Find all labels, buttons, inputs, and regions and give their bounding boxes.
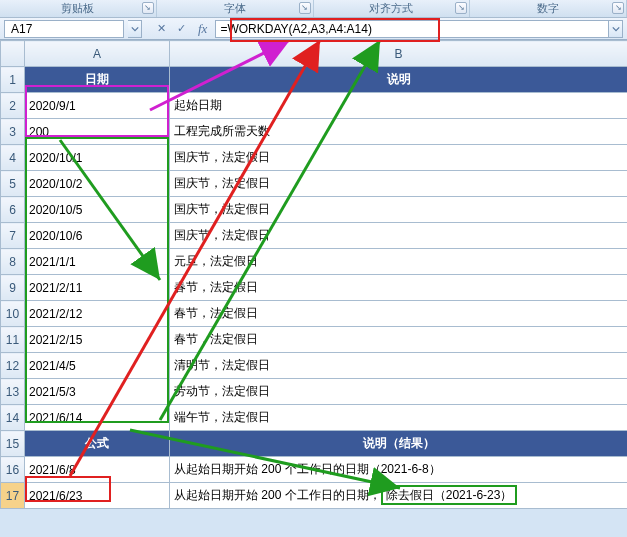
ribbon-label: 剪贴板 xyxy=(61,2,94,14)
row-header[interactable]: 1 xyxy=(1,67,25,93)
header-cell-date[interactable]: 日期 xyxy=(25,67,170,93)
row-header[interactable]: 13 xyxy=(1,379,25,405)
formula-text: =WORKDAY(A2,A3,A4:A14) xyxy=(220,22,372,36)
cell-a17[interactable]: 2021/6/23 xyxy=(25,483,170,509)
row-header[interactable]: 14 xyxy=(1,405,25,431)
formula-expand-button[interactable] xyxy=(608,21,622,37)
header-cell-desc[interactable]: 说明 xyxy=(170,67,628,93)
cell-b13[interactable]: 劳动节，法定假日 xyxy=(170,379,628,405)
chevron-down-icon xyxy=(131,25,139,33)
row-header[interactable]: 5 xyxy=(1,171,25,197)
cell-a6[interactable]: 2020/10/5 xyxy=(25,197,170,223)
b17-prefix: 从起始日期开始 200 个工作日的日期， xyxy=(174,488,381,502)
cancel-formula-button[interactable]: ✕ xyxy=(152,21,170,37)
column-header-a[interactable]: A xyxy=(25,41,170,67)
row-header-active[interactable]: 17 xyxy=(1,483,25,509)
row-header[interactable]: 6 xyxy=(1,197,25,223)
row-header[interactable]: 7 xyxy=(1,223,25,249)
select-all-corner[interactable] xyxy=(1,41,25,67)
row-header[interactable]: 2 xyxy=(1,93,25,119)
cell-a14[interactable]: 2021/6/14 xyxy=(25,405,170,431)
cell-b17[interactable]: 从起始日期开始 200 个工作日的日期，除去假日（2021-6-23） xyxy=(170,483,628,509)
cell-a16[interactable]: 2021/6/8 xyxy=(25,457,170,483)
cell-b6[interactable]: 国庆节，法定假日 xyxy=(170,197,628,223)
row-header[interactable]: 9 xyxy=(1,275,25,301)
fx-icon[interactable]: fx xyxy=(198,21,207,37)
cell-a10[interactable]: 2021/2/12 xyxy=(25,301,170,327)
row-header[interactable]: 16 xyxy=(1,457,25,483)
chevron-down-icon xyxy=(612,25,620,33)
row-header[interactable]: 15 xyxy=(1,431,25,457)
cell-b4[interactable]: 国庆节，法定假日 xyxy=(170,145,628,171)
cell-a7[interactable]: 2020/10/6 xyxy=(25,223,170,249)
cell-b3[interactable]: 工程完成所需天数 xyxy=(170,119,628,145)
row-header[interactable]: 4 xyxy=(1,145,25,171)
formula-bar[interactable]: =WORKDAY(A2,A3,A4:A14) xyxy=(215,20,623,38)
header-cell-formula[interactable]: 公式 xyxy=(25,431,170,457)
cell-b11[interactable]: 春节，法定假日 xyxy=(170,327,628,353)
cell-b7[interactable]: 国庆节，法定假日 xyxy=(170,223,628,249)
ribbon-label: 数字 xyxy=(537,2,559,14)
enter-formula-button[interactable]: ✓ xyxy=(172,21,190,37)
cell-b5[interactable]: 国庆节，法定假日 xyxy=(170,171,628,197)
ribbon-label: 对齐方式 xyxy=(369,2,413,14)
cell-a11[interactable]: 2021/2/15 xyxy=(25,327,170,353)
dialog-launcher-icon[interactable]: ↘ xyxy=(142,2,154,14)
cell-b16[interactable]: 从起始日期开始 200 个工作日的日期（2021-6-8） xyxy=(170,457,628,483)
cell-a3[interactable]: 200 xyxy=(25,119,170,145)
cell-a2[interactable]: 2020/9/1 xyxy=(25,93,170,119)
formula-controls: ✕ ✓ xyxy=(152,21,190,37)
b17-highlight: 除去假日（2021-6-23） xyxy=(381,485,518,505)
cell-b2[interactable]: 起始日期 xyxy=(170,93,628,119)
ribbon: 剪贴板 ↘ 字体 ↘ 对齐方式 ↘ 数字 ↘ xyxy=(0,0,627,18)
row-header[interactable]: 12 xyxy=(1,353,25,379)
name-box-value: A17 xyxy=(11,21,32,37)
cell-a5[interactable]: 2020/10/2 xyxy=(25,171,170,197)
cell-a9[interactable]: 2021/2/11 xyxy=(25,275,170,301)
worksheet: A B 1 日期 说明 2 2020/9/1 起始日期 3 200 工程完成所需… xyxy=(0,40,627,509)
cell-a4[interactable]: 2020/10/1 xyxy=(25,145,170,171)
cell-b14[interactable]: 端午节，法定假日 xyxy=(170,405,628,431)
cell-b10[interactable]: 春节，法定假日 xyxy=(170,301,628,327)
cell-a13[interactable]: 2021/5/3 xyxy=(25,379,170,405)
header-cell-result[interactable]: 说明（结果） xyxy=(170,431,628,457)
ribbon-group-align[interactable]: 对齐方式 ↘ xyxy=(314,0,471,17)
dialog-launcher-icon[interactable]: ↘ xyxy=(299,2,311,14)
dialog-launcher-icon[interactable]: ↘ xyxy=(455,2,467,14)
cell-a12[interactable]: 2021/4/5 xyxy=(25,353,170,379)
ribbon-label: 字体 xyxy=(224,2,246,14)
dialog-launcher-icon[interactable]: ↘ xyxy=(612,2,624,14)
name-box-dropdown[interactable] xyxy=(128,20,142,38)
ribbon-group-number[interactable]: 数字 ↘ xyxy=(470,0,627,17)
name-box[interactable]: A17 xyxy=(4,20,124,38)
row-header[interactable]: 11 xyxy=(1,327,25,353)
row-header[interactable]: 8 xyxy=(1,249,25,275)
ribbon-group-clipboard[interactable]: 剪贴板 ↘ xyxy=(0,0,157,17)
ribbon-group-font[interactable]: 字体 ↘ xyxy=(157,0,314,17)
cell-b12[interactable]: 清明节，法定假日 xyxy=(170,353,628,379)
row-header[interactable]: 10 xyxy=(1,301,25,327)
cell-b8[interactable]: 元旦，法定假日 xyxy=(170,249,628,275)
formula-bar-row: A17 ✕ ✓ fx =WORKDAY(A2,A3,A4:A14) xyxy=(0,18,627,40)
row-header[interactable]: 3 xyxy=(1,119,25,145)
cell-b9[interactable]: 春节，法定假日 xyxy=(170,275,628,301)
column-header-b[interactable]: B xyxy=(170,41,628,67)
cell-a8[interactable]: 2021/1/1 xyxy=(25,249,170,275)
